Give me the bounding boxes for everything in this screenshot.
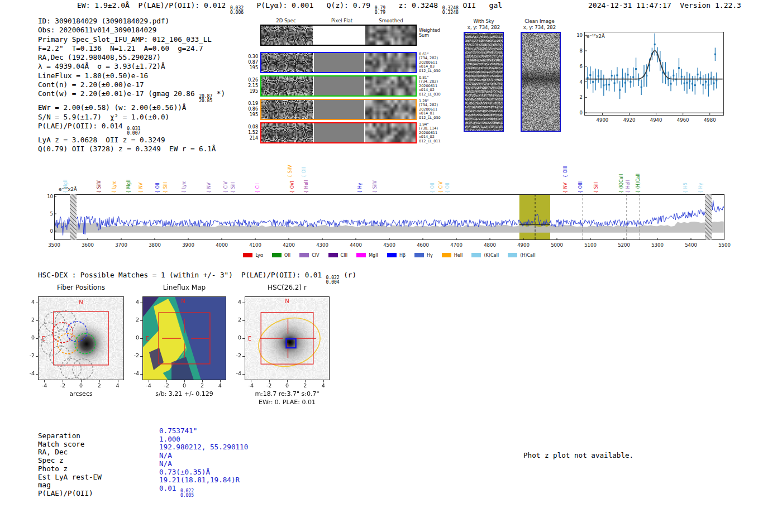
- x-tick-label: 0: [280, 382, 294, 389]
- match-row-label: Photo z: [38, 465, 102, 473]
- info-line: RA,Dec (192.980408,55.290287): [38, 53, 225, 62]
- data-point: [692, 83, 693, 84]
- pixel-flat-image: [314, 26, 364, 45]
- data-point: [589, 74, 591, 76]
- spec2d-row-frame: [260, 99, 417, 120]
- legend-item: (H)CaII: [508, 253, 535, 258]
- x-tick-label: -2: [160, 382, 173, 389]
- data-point: [608, 84, 610, 85]
- legend-item: (K)CaII: [471, 253, 499, 258]
- x-tick-label: 5200: [615, 242, 633, 248]
- legend-swatch: [508, 253, 517, 257]
- line-label-OVI: { OVI: [290, 181, 295, 193]
- y-tick: [140, 356, 142, 357]
- x-tick-label: 3900: [179, 242, 197, 248]
- line-label-Hγ: { Hγ: [698, 183, 703, 193]
- noise-image: [261, 53, 313, 72]
- x-tick-label: 2: [196, 382, 209, 389]
- text-segment: Cont(w) = 2.20(±0.01)e-17 (gmag 20.86: [38, 89, 199, 98]
- data-point: [681, 76, 683, 78]
- x-tick-label: -4: [37, 382, 51, 389]
- x-tick-label: 4000: [213, 242, 231, 248]
- match-table-labels: SeparationMatch scoreRA, DecSpec zPhoto …: [38, 432, 102, 498]
- spec2d-col-title: 2D Spec: [258, 18, 314, 23]
- match-row-value: 192.980212, 55.290110: [159, 443, 248, 452]
- x-tick-label: 2: [93, 382, 106, 389]
- data-point: [678, 67, 680, 69]
- pixel-flat-image: [314, 123, 364, 142]
- sky-coords-line: x, y: 734, 282: [506, 25, 573, 31]
- text-segment: Obs: 20200611v014_3090184029: [38, 26, 156, 34]
- line-fit-plot: e⁻¹⁷x2Å 490049204940496049800246810: [575, 28, 782, 131]
- weight-value: 0.30: [235, 54, 258, 60]
- data-point: [684, 83, 685, 84]
- pixel-flat-image: [314, 100, 364, 119]
- match-value-text: 19.21(18.81,19.84)R: [159, 476, 240, 484]
- x-tick-label: 4700: [447, 242, 465, 248]
- data-point: [616, 74, 618, 76]
- legend-swatch: [387, 253, 397, 257]
- hatched-band: [70, 194, 77, 240]
- text-segment: ID: 3090184029 (3090184029.pdf): [38, 17, 169, 25]
- y-tick-label: 5: [44, 211, 53, 217]
- weight-value: 2.15: [235, 83, 258, 89]
- x-tick-label: 4: [317, 382, 330, 389]
- data-point: [686, 82, 688, 84]
- wide-plot-svg: [54, 194, 724, 240]
- elixer-detection-report: EW: 1.9±2.0Å P(LAE)/P(OII): 0.012 0.0320…: [0, 0, 782, 532]
- x-tick-label: 0: [178, 382, 191, 389]
- x-tick-label: 3600: [79, 242, 97, 248]
- line-label-OII: { OII: [155, 183, 160, 193]
- info-line: Cont(w) = 2.20(±0.01)e-17 (gmag 20.86 20…: [38, 89, 225, 103]
- match-row-value: 1.000: [159, 435, 248, 444]
- info-line: LineFlux = 1.80(±0.50)e-16: [38, 71, 225, 80]
- spec2d-row-weights: 0.190.86195: [235, 101, 258, 118]
- line-label-SiII: { SiII: [163, 182, 168, 193]
- smoothed-image: [365, 123, 416, 142]
- match-row-value: 0.753741": [159, 427, 248, 435]
- y-tick-label: 2: [231, 317, 241, 323]
- y-tick: [36, 303, 38, 303]
- y-tick: [36, 374, 38, 375]
- match-row-value: 0.01 0.0220.005: [159, 485, 248, 498]
- data-point: [646, 75, 647, 76]
- line-label-CII: { CII: [255, 183, 260, 193]
- spec2d-col-title: Pixel Flat: [314, 18, 370, 23]
- summary-header: EW: 1.9±2.0Å P(LAE)/P(OII): 0.012 0.0320…: [77, 1, 502, 15]
- match-row-label: Spec z: [38, 457, 102, 465]
- panel-title: HSC(26.2) r: [245, 284, 330, 291]
- data-point: [619, 89, 621, 91]
- spec2d-col-title: Smoothed: [363, 18, 419, 23]
- match-row-label: mag: [38, 481, 102, 490]
- sky-title-line: Clean Image: [506, 18, 573, 25]
- line-label-Hδ: { Hδ: [683, 183, 688, 193]
- x-tick-label: 3700: [112, 242, 130, 248]
- info-line: F=2.2" T=0.136 N=1.21 A=0.60 g=24.7: [38, 44, 225, 53]
- zoom-plot-canvas: [584, 32, 724, 118]
- match-table: SeparationMatch scoreRA, DecSpec zPhoto …: [38, 427, 395, 508]
- text-segment: λ = 4939.04Å σ = 3.93(±1.72)Å: [38, 62, 165, 70]
- data-point: [598, 75, 599, 77]
- legend-item: MgII: [356, 253, 378, 258]
- data-point: [654, 44, 656, 45]
- x-tick-label: 4920: [619, 117, 640, 123]
- sky-image-frame: [521, 32, 561, 132]
- text-segment: S/N = 5.9(±1.7) χ² = 1.0(±0.0): [38, 113, 169, 121]
- spec2d-row-frame: [260, 122, 417, 143]
- data-point: [635, 68, 637, 70]
- y-tick: [140, 374, 142, 375]
- y-tick-label: 0: [25, 334, 35, 341]
- x-tick-label: 3500: [45, 242, 63, 248]
- weight-value: 195: [235, 65, 258, 71]
- data-point: [714, 54, 716, 55]
- sub-value: 0.005: [180, 493, 194, 498]
- y-tick-label: 10: [575, 32, 583, 38]
- wide-plot-canvas: [54, 194, 724, 242]
- data-point: [605, 84, 607, 85]
- line-label-SiII: { SiII: [231, 182, 236, 193]
- legend-swatch: [299, 253, 309, 257]
- data-point: [694, 84, 696, 86]
- x-tick-label: 4900: [514, 242, 532, 248]
- panel-title: Lineflux Map: [142, 284, 226, 291]
- data-point: [713, 83, 714, 84]
